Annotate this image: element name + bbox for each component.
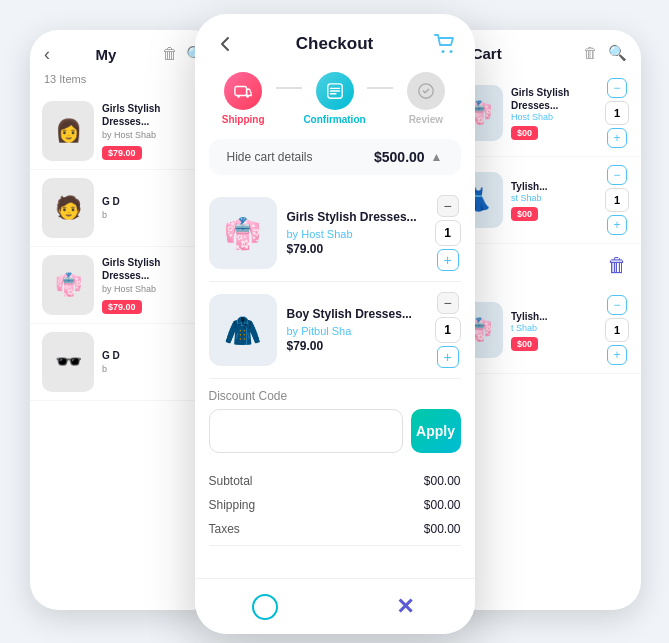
cart-item-brand-1: by Host Shab [287, 228, 425, 240]
back-icon[interactable] [211, 30, 239, 58]
product-brand: by Host Shab [102, 130, 208, 140]
svg-point-4 [246, 95, 249, 98]
cart-item-qty-1: − 1 + [435, 195, 461, 271]
cart-item-image-2: 🧥 [209, 294, 277, 366]
product-name: Tylish... [511, 310, 597, 323]
product-price: $00 [511, 207, 538, 221]
left-back-icon[interactable]: ‹ [44, 44, 50, 65]
qty-minus-btn-2[interactable]: − [437, 292, 459, 314]
product-name: G D [102, 195, 208, 208]
trash-icon[interactable]: 🗑 [583, 44, 598, 62]
quantity-plus-btn[interactable]: + [607, 345, 627, 365]
product-info: G D b [102, 195, 208, 222]
checkout-header: Checkout [195, 14, 475, 68]
summary-taxes-row: Taxes $00.00 [209, 517, 461, 541]
left-header-title: My [96, 46, 117, 63]
quantity-control: − 1 + [605, 165, 629, 235]
apply-button[interactable]: Apply [411, 409, 461, 453]
step-review: Review [393, 72, 458, 125]
cart-item-details-1: Girls Stylish Dresses... by Host Shab $7… [287, 210, 425, 256]
product-price: $00 [511, 337, 538, 351]
item-count-left: 13 Items [30, 73, 220, 93]
nav-circle-btn[interactable] [245, 587, 285, 627]
product-info: Girls Stylish Dresses... by Host Shab $7… [102, 102, 208, 160]
quantity-minus-btn[interactable]: − [607, 165, 627, 185]
left-phone-header: ‹ My 🗑 🔍 [30, 30, 220, 73]
shipping-label: Shipping [209, 498, 256, 512]
taxes-label: Taxes [209, 522, 240, 536]
step-shipping-circle [224, 72, 262, 110]
cart-item: 🧥 Boy Stylish Dresses... by Pitbul Sha $… [209, 282, 461, 379]
chevron-up-icon: ▲ [431, 150, 443, 164]
qty-minus-btn-1[interactable]: − [437, 195, 459, 217]
delete-icon[interactable]: 🗑 [607, 254, 627, 277]
taxes-value: $00.00 [424, 522, 461, 536]
cart-total-value: $500.00 [374, 149, 425, 165]
step-line-2 [367, 87, 393, 89]
product-name: Girls Stylish Dresses... [102, 102, 208, 128]
quantity-plus-btn[interactable]: + [607, 215, 627, 235]
product-image: 👩 [42, 101, 94, 161]
qty-num-2: 1 [435, 317, 461, 343]
qty-plus-btn-1[interactable]: + [437, 249, 459, 271]
svg-point-1 [449, 50, 452, 53]
list-item[interactable]: 🕶️ G D b [30, 324, 220, 401]
checkout-steps: Shipping Confirmation Review [195, 68, 475, 139]
qty-num-1: 1 [435, 220, 461, 246]
cart-item-qty-2: − 1 + [435, 292, 461, 368]
quantity-minus-btn[interactable]: − [607, 295, 627, 315]
order-summary: Subtotal $00.00 Shipping $00.00 Taxes $0… [195, 461, 475, 566]
cart-icon[interactable] [431, 30, 459, 58]
svg-point-0 [441, 50, 444, 53]
subtotal-value: $00.00 [424, 474, 461, 488]
product-info: Tylish... t Shab $00 [511, 310, 597, 351]
quantity-display: 1 [605, 188, 629, 212]
product-price: $00 [511, 126, 538, 140]
svg-point-3 [237, 95, 240, 98]
discount-input-row: Apply [209, 409, 461, 453]
nav-close-btn[interactable]: ✕ [385, 587, 425, 627]
product-info: Girls Stylish Dresses... Host Shab $00 [511, 86, 597, 140]
step-review-label: Review [409, 114, 443, 125]
step-line-1 [276, 87, 302, 89]
subtotal-label: Subtotal [209, 474, 253, 488]
product-name: Girls Stylish Dresses... [102, 256, 208, 282]
step-review-circle [407, 72, 445, 110]
cart-item-image-1: 👘 [209, 197, 277, 269]
product-name: G D [102, 349, 208, 362]
product-brand: Host Shab [511, 112, 597, 122]
quantity-display: 1 [605, 101, 629, 125]
list-item[interactable]: 👘 Girls Stylish Dresses... by Host Shab … [30, 247, 220, 324]
cart-item-name-2: Boy Stylish Dresses... [287, 307, 425, 323]
qty-plus-btn-2[interactable]: + [437, 346, 459, 368]
discount-input[interactable] [209, 409, 403, 453]
summary-shipping-row: Shipping $00.00 [209, 493, 461, 517]
product-brand: b [102, 364, 208, 374]
trash-icon[interactable]: 🗑 [162, 45, 178, 64]
close-x-icon: ✕ [396, 594, 414, 620]
cart-details-toggle[interactable]: Hide cart details $500.00 ▲ [209, 139, 461, 175]
product-price: $79.00 [102, 300, 142, 314]
list-item[interactable]: 👩 Girls Stylish Dresses... by Host Shab … [30, 93, 220, 170]
center-phone: Checkout Shipping [195, 14, 475, 634]
cart-item-price-1: $79.00 [287, 242, 425, 256]
svg-rect-2 [235, 87, 247, 96]
quantity-minus-btn[interactable]: − [607, 78, 627, 98]
circle-outline-icon [252, 594, 278, 620]
step-confirmation-circle [316, 72, 354, 110]
product-info: G D b [102, 349, 208, 376]
page-title: Checkout [239, 34, 431, 54]
list-item[interactable]: 🧑 G D b [30, 170, 220, 247]
cart-total-display: $500.00 ▲ [374, 149, 443, 165]
bottom-navigation: ✕ [195, 578, 475, 634]
step-confirmation-label: Confirmation [303, 114, 365, 125]
summary-divider [209, 545, 461, 546]
product-brand: b [102, 210, 208, 220]
cart-item-details-2: Boy Stylish Dresses... by Pitbul Sha $79… [287, 307, 425, 353]
cart-items: 👘 Girls Stylish Dresses... by Host Shab … [195, 185, 475, 379]
product-image: 👘 [42, 255, 94, 315]
cart-details-label: Hide cart details [227, 150, 313, 164]
quantity-plus-btn[interactable]: + [607, 128, 627, 148]
shipping-value: $00.00 [424, 498, 461, 512]
search-icon[interactable]: 🔍 [608, 44, 627, 62]
